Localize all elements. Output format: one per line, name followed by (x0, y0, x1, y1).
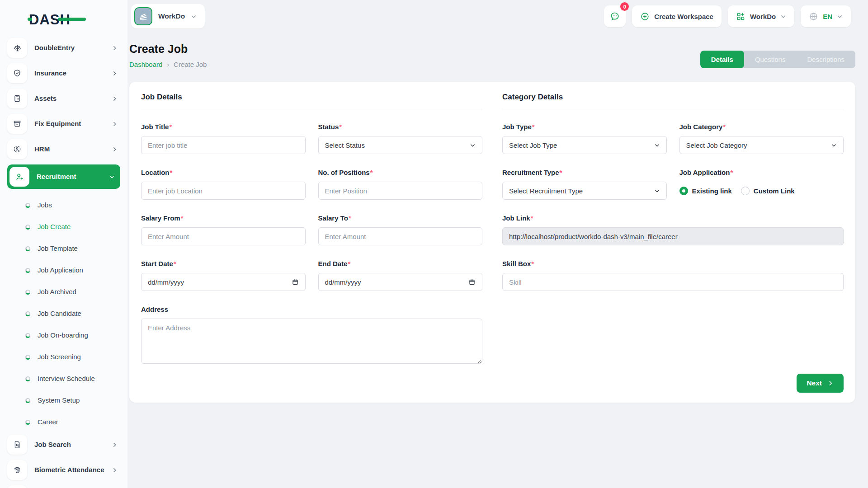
breadcrumb-separator: › (167, 61, 169, 68)
shield-icon (7, 63, 27, 83)
job-details-heading: Job Details (141, 93, 482, 109)
category-details-section: Category Details Job Type* Select Job Ty… (502, 93, 844, 366)
address-textarea[interactable] (141, 319, 482, 364)
bullet-ring-icon (25, 203, 30, 208)
bullet-ring-icon (25, 420, 30, 425)
sidebar-item-hrm[interactable]: HRM (7, 139, 120, 159)
end-date-input[interactable]: dd/mm/yyyy (318, 273, 483, 291)
fingerprint-icon (7, 460, 27, 480)
job-title-field: Job Title* (141, 123, 306, 154)
sidebar-item-assets[interactable]: Assets (7, 89, 120, 108)
sidebar-item-job-candidate[interactable]: Job Candidate (7, 303, 120, 324)
sidebar-nav: DoubleEntry Insurance Assets (0, 35, 127, 488)
bullet-ring-icon (25, 333, 30, 338)
create-job-card: Job Details Job Title* Status* Select St… (129, 82, 855, 403)
job-link-readonly-input: http://localhost/product/workdo-dash-v3/… (502, 227, 844, 245)
radio-selected-icon (679, 187, 688, 195)
workdo-apps-dropdown[interactable]: WorkDo (728, 5, 794, 27)
recruitment-submenu: Jobs Job Create Job Template Job Applica… (7, 193, 120, 435)
bullet-ring-icon (25, 225, 30, 230)
sidebar-item-jobs[interactable]: Jobs (7, 194, 120, 216)
logo-dot-decoration (28, 18, 32, 21)
logo-dash-decoration (58, 18, 86, 21)
category-details-heading: Category Details (502, 93, 844, 109)
bullet-ring-icon (25, 246, 30, 251)
sidebar-item-career[interactable]: Career (7, 411, 120, 433)
job-title-input[interactable] (141, 136, 306, 154)
app-logo[interactable]: DASH (29, 12, 71, 28)
sidebar-item-job-onboarding[interactable]: Job On-boarding (7, 324, 120, 346)
status-select[interactable]: Select Status (318, 136, 483, 154)
document-search-icon (7, 435, 27, 455)
status-field: Status* Select Status (318, 123, 483, 154)
job-category-field: Job Category* Select Job Category (679, 123, 844, 154)
next-button[interactable]: Next (797, 374, 844, 393)
top-header: WorkDo 0 Create Workspace WorkDo (127, 0, 868, 33)
skill-input[interactable] (502, 273, 844, 291)
chevron-down-icon (470, 142, 476, 148)
bullet-ring-icon (25, 290, 30, 295)
hrm-icon (7, 139, 27, 159)
sidebar-item-job-screening[interactable]: Job Screening (7, 346, 120, 368)
workspace-name: WorkDo (158, 12, 185, 20)
salary-to-field: Salary To* (318, 214, 483, 245)
custom-link-radio[interactable]: Custom Link (741, 187, 795, 195)
person-plus-icon (9, 167, 29, 187)
job-category-select[interactable]: Select Job Category (679, 136, 844, 154)
tab-questions[interactable]: Questions (744, 51, 797, 68)
job-link-field: Job Link* http://localhost/product/workd… (502, 214, 844, 245)
calendar-icon (292, 278, 299, 286)
sidebar-item-job-application[interactable]: Job Application (7, 259, 120, 281)
chevron-down-icon (109, 174, 115, 180)
salary-to-input[interactable] (318, 227, 483, 245)
start-date-input[interactable]: dd/mm/yyyy (141, 273, 306, 291)
location-input[interactable] (141, 182, 306, 200)
sidebar-item-doubleentry[interactable]: DoubleEntry (7, 38, 120, 58)
breadcrumb-current: Create Job (174, 61, 207, 68)
plus-circle-icon (640, 12, 650, 21)
tab-details[interactable]: Details (700, 51, 744, 68)
sidebar-item-fix-equipment[interactable]: Fix Equipment (7, 114, 120, 134)
sidebar-item-procurement[interactable]: Procurement (7, 485, 120, 488)
calculator-icon (7, 89, 27, 108)
recruitment-type-field: Recruitment Type* Select Recruitment Typ… (502, 169, 667, 200)
job-type-field: Job Type* Select Job Type (502, 123, 667, 154)
tab-descriptions[interactable]: Descriptions (796, 51, 855, 68)
calendar-icon (468, 278, 476, 286)
messenger-button[interactable]: 0 (604, 5, 626, 27)
bullet-ring-icon (25, 311, 30, 316)
recruitment-type-select[interactable]: Select Recruitment Type (502, 182, 667, 200)
job-details-section: Job Details Job Title* Status* Select St… (141, 93, 482, 366)
chat-bubble-icon (609, 11, 620, 22)
chevron-down-icon (654, 188, 660, 194)
chevron-down-icon (831, 142, 837, 148)
notification-badge: 0 (620, 2, 629, 11)
job-type-select[interactable]: Select Job Type (502, 136, 667, 154)
grid-plus-icon (736, 12, 745, 21)
existing-link-radio[interactable]: Existing link (679, 187, 732, 195)
salary-from-input[interactable] (141, 227, 306, 245)
sidebar-item-biometric-attendance[interactable]: Biometric Attendance (7, 460, 120, 480)
sidebar-item-job-search[interactable]: Job Search (7, 435, 120, 455)
create-workspace-button[interactable]: Create Workspace (632, 5, 722, 27)
chevron-down-icon (837, 14, 843, 19)
language-selector[interactable]: EN (801, 5, 851, 27)
archive-icon (7, 114, 27, 134)
sidebar-item-interview-schedule[interactable]: Interview Schedule (7, 368, 120, 389)
positions-input[interactable] (318, 182, 483, 200)
sidebar: DASH DoubleEntry Insurance (0, 0, 127, 488)
sidebar-item-recruitment[interactable]: Recruitment (7, 164, 120, 189)
workspace-selector[interactable]: WorkDo (131, 4, 205, 28)
location-field: Location* (141, 169, 306, 200)
bullet-ring-icon (25, 376, 30, 381)
breadcrumb-dashboard-link[interactable]: Dashboard (129, 61, 162, 68)
sidebar-item-job-archived[interactable]: Job Archived (7, 281, 120, 303)
chevron-right-icon (112, 45, 118, 51)
sidebar-item-job-create[interactable]: Job Create (7, 216, 120, 238)
sidebar-item-insurance[interactable]: Insurance (7, 63, 120, 83)
main-content: Create Job Dashboard › Create Job Detail… (127, 33, 868, 488)
sidebar-item-system-setup[interactable]: System Setup (7, 389, 120, 411)
language-code: EN (823, 13, 832, 20)
form-step-tabs: Details Questions Descriptions (700, 51, 855, 68)
sidebar-item-job-template[interactable]: Job Template (7, 238, 120, 259)
